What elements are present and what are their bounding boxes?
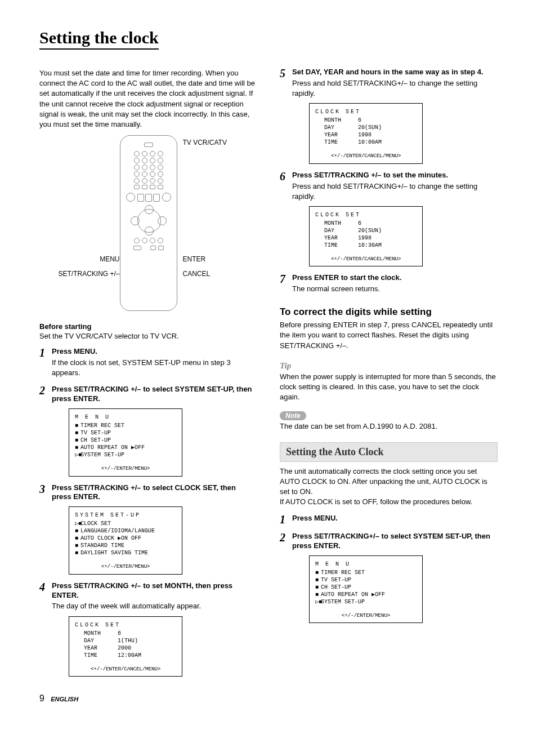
label-cancel: CANCEL (183, 270, 211, 278)
page-number: 9 (39, 693, 44, 703)
osd-kv: YEAR1998 (315, 131, 417, 139)
osd-footer: <+/-/ENTER/CANCEL/MENU> (315, 256, 417, 263)
osd-line: ▷■SYSTEM SET-UP (75, 451, 176, 459)
page-lang: ENGLISH (51, 696, 78, 702)
osd-line: ■LANGUAGE/IDIOMA/LANGUE (75, 527, 176, 535)
osd-screen: CLOCK SETMONTH6DAY1(THU)YEAR2000TIME12:0… (69, 616, 182, 677)
osd-kv: TIME10:00AM (315, 139, 417, 146)
step-number: 2 (280, 532, 292, 543)
before-starting-text: Set the TV VCR/CATV selector to TV VCR. (39, 332, 257, 340)
step-title: Press SET/TRACKING +/– to select SYSTEM … (52, 385, 257, 404)
step: 3Press SET/TRACKING +/– to select CLOCK … (39, 483, 257, 575)
osd-kv: MONTH6 (75, 630, 176, 637)
remote-outline (120, 135, 177, 311)
step-title: Press ENTER to start the clock. (292, 273, 498, 283)
label-set-tracking: SET/TRACKING +/– (58, 270, 119, 278)
osd-kv: DAY20(SUN) (315, 227, 417, 234)
note-label: Note (280, 411, 306, 420)
label-tv-vcr-catv: TV VCR/CATV (183, 139, 227, 146)
note-text: The date can be set from A.D.1990 to A.D… (280, 421, 498, 432)
osd-heading: CLOCK SET (315, 108, 417, 115)
label-menu: MENU (100, 255, 119, 263)
osd-kv: DAY1(THU) (75, 637, 176, 644)
correct-text: Before pressing ENTER in step 7, press C… (280, 320, 498, 351)
step-number: 5 (280, 68, 292, 79)
osd-screen: M E N U■TIMER REC SET■TV SET-UP■CH SET-U… (309, 555, 423, 623)
remote-figure: MENU SET/TRACKING +/– (39, 135, 257, 311)
step-text: Press and hold SET/TRACKING+/– to change… (292, 181, 498, 202)
osd-kv: DAY20(SUN) (315, 124, 417, 131)
tip-label: Tip (280, 361, 291, 371)
osd-line: ▷■SYSTEM SET-UP (315, 598, 417, 606)
osd-line: ■TV SET-UP (315, 576, 417, 584)
step: 1Press MENU.If the clock is not set, SYS… (39, 347, 257, 378)
osd-screen: M E N U■TIMER REC SET■TV SET-UP■CH SET-U… (69, 408, 182, 476)
osd-heading: CLOCK SET (315, 211, 417, 219)
osd-line: ■CH SET-UP (75, 437, 176, 444)
step: 2Press SET/TRACKING+/– to select SYSTEM … (280, 532, 498, 623)
step-number: 2 (39, 385, 52, 396)
osd-line: ■AUTO REPEAT ON ▶OFF (315, 591, 417, 598)
osd-line: ■AUTO REPEAT ON ▶OFF (75, 444, 176, 451)
step-title: Press MENU. (52, 347, 257, 357)
step-title: Press SET/TRACKING +/– to select CLOCK S… (52, 483, 257, 502)
intro-paragraph: You must set the date and time for timer… (39, 68, 257, 130)
osd-heading: M E N U (75, 413, 176, 421)
step-number: 6 (280, 171, 292, 182)
step-title: Set DAY, YEAR and hours in the same way … (292, 68, 498, 77)
osd-line: ▷■CLOCK SET (75, 520, 176, 527)
osd-footer: <+/-/ENTER/MENU> (75, 563, 176, 570)
osd-line: ■TV SET-UP (75, 429, 176, 437)
step-title: Press SET/TRACKING+/– to select SYSTEM S… (292, 532, 498, 551)
osd-heading: M E N U (315, 561, 417, 568)
step-number: 7 (280, 273, 292, 284)
step: 1Press MENU. (280, 514, 498, 525)
step: 4Press SET/TRACKING +/– to set MONTH, th… (39, 581, 257, 677)
osd-footer: <+/-/ENTER/MENU> (75, 465, 176, 472)
step: 6Press SET/TRACKING +/– to set the minut… (280, 171, 498, 267)
osd-heading: CLOCK SET (75, 621, 176, 629)
osd-line: ■TIMER REC SET (315, 569, 417, 576)
step-title: Press SET/TRACKING +/– to set the minute… (292, 171, 498, 180)
step-number: 1 (280, 514, 292, 525)
osd-screen: CLOCK SETMONTH6DAY20(SUN)YEAR1998TIME10:… (309, 206, 423, 266)
step-number: 4 (39, 581, 52, 593)
step: 5Set DAY, YEAR and hours in the same way… (280, 68, 498, 164)
osd-kv: MONTH6 (315, 220, 417, 227)
osd-line: ■DAYLIGHT SAVING TIME (75, 549, 176, 557)
osd-heading: SYSTEM SET-UP (75, 512, 176, 519)
osd-kv: TIME12:00AM (75, 652, 176, 659)
step-title: Press MENU. (292, 514, 498, 523)
osd-line: ■CH SET-UP (315, 584, 417, 591)
osd-kv: MONTH6 (315, 117, 417, 124)
osd-line: ■TIMER REC SET (75, 422, 176, 429)
osd-screen: CLOCK SETMONTH6DAY20(SUN)YEAR1998TIME10:… (309, 103, 423, 163)
page-footer: 9 ENGLISH (39, 693, 498, 704)
step-text: The day of the week will automatically a… (52, 601, 257, 611)
auto-clock-banner: Setting the Auto Clock (280, 442, 498, 462)
label-enter: ENTER (183, 255, 206, 263)
page-title: Setting the clock (39, 28, 159, 50)
auto-clock-title: Setting the Auto Clock (286, 446, 384, 457)
osd-line: ■STANDARD TIME (75, 542, 176, 549)
osd-line: ■AUTO CLOCK ▶ON OFF (75, 535, 176, 542)
osd-footer: <+/-/ENTER/CANCEL/MENU> (315, 153, 417, 159)
step-number: 1 (39, 347, 52, 358)
step-text: Press and hold SET/TRACKING+/– to change… (292, 78, 498, 99)
osd-kv: TIME10:30AM (315, 242, 417, 249)
osd-footer: <+/-/ENTER/MENU> (315, 612, 417, 619)
osd-kv: YEAR1998 (315, 234, 417, 242)
step-number: 3 (39, 483, 52, 495)
tip-text: When the power supply is interrupted for… (280, 372, 498, 403)
osd-footer: <+/-/ENTER/CANCEL/MENU> (75, 666, 176, 673)
step-text: If the clock is not set, SYSTEM SET-UP m… (52, 358, 257, 378)
step: 7Press ENTER to start the clock.The norm… (280, 273, 498, 294)
osd-screen: SYSTEM SET-UP▷■CLOCK SET■LANGUAGE/IDIOMA… (69, 506, 182, 574)
step-text: The normal screen returns. (292, 284, 498, 294)
before-starting-heading: Before starting (39, 322, 257, 331)
step: 2Press SET/TRACKING +/– to select SYSTEM… (39, 385, 257, 476)
osd-kv: YEAR2000 (75, 644, 176, 652)
step-title: Press SET/TRACKING +/– to set MONTH, the… (52, 581, 257, 601)
correct-heading: To correct the digits while setting (280, 306, 498, 318)
auto-clock-intro: The unit automatically corrects the cloc… (280, 466, 498, 508)
